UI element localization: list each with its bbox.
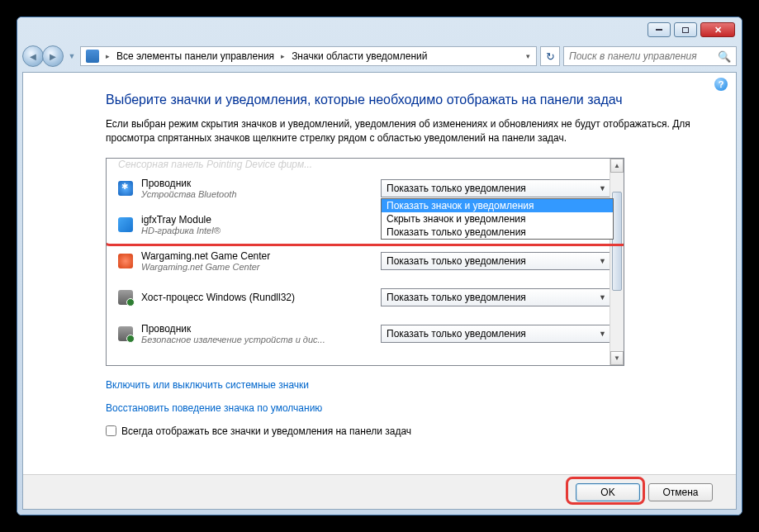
- button-bar: OK Отмена: [23, 474, 736, 509]
- item-name: Проводник: [141, 178, 381, 189]
- always-show-checkbox[interactable]: [106, 425, 116, 436]
- item-name: Хост-процесс Windows (Rundll32): [141, 292, 381, 303]
- bluetooth-icon: [118, 181, 133, 196]
- toggle-system-icons-link[interactable]: Включить или выключить системные значки: [106, 379, 706, 391]
- list-item: Проводник Безопасное извлечение устройст…: [107, 316, 624, 352]
- item-name: igfxTray Module: [141, 214, 381, 226]
- always-show-checkbox-row[interactable]: Всегда отображать все значки и уведомлен…: [106, 425, 706, 437]
- close-button[interactable]: ✕: [700, 22, 735, 37]
- combo-option[interactable]: Показать только уведомления: [382, 226, 613, 239]
- nav-forward-button[interactable]: ►: [42, 45, 64, 67]
- search-icon[interactable]: 🔍: [718, 50, 731, 63]
- nav-back-button[interactable]: ◄: [22, 45, 44, 67]
- combo-value: Показать только уведомления: [387, 255, 526, 267]
- content-area: ? Выберите значки и уведомления, которые…: [22, 72, 737, 510]
- list-item: Сенсорная панель Pointing Device фирм...: [107, 159, 624, 170]
- intel-graphics-icon: [118, 217, 133, 232]
- maximize-button[interactable]: [674, 22, 697, 37]
- chevron-down-icon: ▼: [599, 330, 606, 338]
- breadcrumb[interactable]: ▸ Все элементы панели управления ▸ Значк…: [80, 46, 537, 66]
- item-name: Проводник: [141, 323, 381, 335]
- refresh-button[interactable]: ↻: [540, 46, 560, 66]
- item-subtitle: HD-графика Intel®: [141, 226, 381, 235]
- help-icon[interactable]: ?: [714, 78, 728, 91]
- window-frame: ✕ ◄ ► ▼ ▸ Все элементы панели управления…: [17, 17, 742, 515]
- checkbox-label: Всегда отображать все значки и уведомлен…: [121, 425, 411, 437]
- breadcrumb-dropdown-icon[interactable]: ▾: [521, 52, 534, 60]
- combo-option[interactable]: Показать значок и уведомления: [382, 199, 613, 212]
- chevron-right-icon: ▸: [106, 52, 110, 60]
- scroll-down-button[interactable]: ▼: [610, 351, 624, 365]
- links-section: Включить или выключить системные значки …: [106, 379, 706, 414]
- behavior-combo[interactable]: Показать только уведомления ▼: [381, 252, 612, 270]
- scrollbar[interactable]: ▲ ▼: [610, 159, 624, 365]
- list-item: Проводник Устройства Bluetooth Показать …: [107, 170, 624, 207]
- breadcrumb-level-1[interactable]: Все элементы панели управления: [113, 48, 278, 64]
- item-name: Wargaming.net Game Center: [141, 250, 381, 262]
- titlebar: ✕: [22, 22, 737, 42]
- item-subtitle: Устройства Bluetooth: [141, 189, 381, 199]
- wargaming-icon: [118, 254, 133, 268]
- breadcrumb-level-2[interactable]: Значки области уведомлений: [288, 48, 430, 64]
- behavior-combo[interactable]: Показать только уведомления ▼: [381, 288, 612, 306]
- item-subtitle: Wargaming.net Game Center: [141, 262, 381, 272]
- restore-default-behavior-link[interactable]: Восстановить поведение значка по умолчан…: [106, 402, 706, 414]
- search-input[interactable]: [569, 50, 718, 62]
- safely-remove-icon: [118, 326, 133, 341]
- scroll-up-button[interactable]: ▲: [610, 159, 624, 173]
- nav-row: ◄ ► ▼ ▸ Все элементы панели управления ▸…: [22, 44, 737, 69]
- window: ✕ ◄ ► ▼ ▸ Все элементы панели управления…: [17, 17, 742, 515]
- minimize-button[interactable]: [648, 22, 671, 37]
- page-description: Если выбран режим скрытия значков и увед…: [106, 117, 706, 146]
- ok-button[interactable]: OK: [576, 483, 640, 501]
- item-name: Сенсорная панель Pointing Device фирм...: [118, 159, 612, 170]
- list-item: Wargaming.net Game Center Wargaming.net …: [107, 243, 624, 279]
- behavior-combo[interactable]: Показать только уведомления ▼ Показать з…: [381, 179, 612, 197]
- chevron-down-icon: ▼: [599, 293, 606, 302]
- combo-value: Показать только уведомления: [387, 292, 526, 303]
- chevron-down-icon: ▼: [599, 257, 606, 265]
- chevron-down-icon: ▼: [599, 184, 606, 192]
- search-box[interactable]: 🔍: [563, 46, 737, 66]
- icon-list: Сенсорная панель Pointing Device фирм...…: [106, 158, 624, 366]
- list-item: Хост-процесс Windows (Rundll32) Показать…: [107, 279, 624, 316]
- combo-dropdown: Показать значок и уведомления Скрыть зна…: [381, 198, 614, 240]
- combo-option[interactable]: Скрыть значок и уведомления: [382, 212, 613, 226]
- cancel-button[interactable]: Отмена: [648, 483, 713, 501]
- control-panel-icon: [86, 50, 99, 63]
- chevron-right-icon: ▸: [281, 52, 285, 60]
- nav-history-dropdown[interactable]: ▼: [67, 48, 77, 64]
- windows-host-icon: [118, 290, 133, 305]
- item-subtitle: Безопасное извлечение устройств и дис...: [141, 335, 381, 344]
- page-title: Выберите значки и уведомления, которые н…: [106, 93, 706, 107]
- combo-value: Показать только уведомления: [387, 183, 526, 194]
- combo-value: Показать только уведомления: [387, 328, 526, 340]
- behavior-combo[interactable]: Показать только уведомления ▼: [381, 325, 612, 343]
